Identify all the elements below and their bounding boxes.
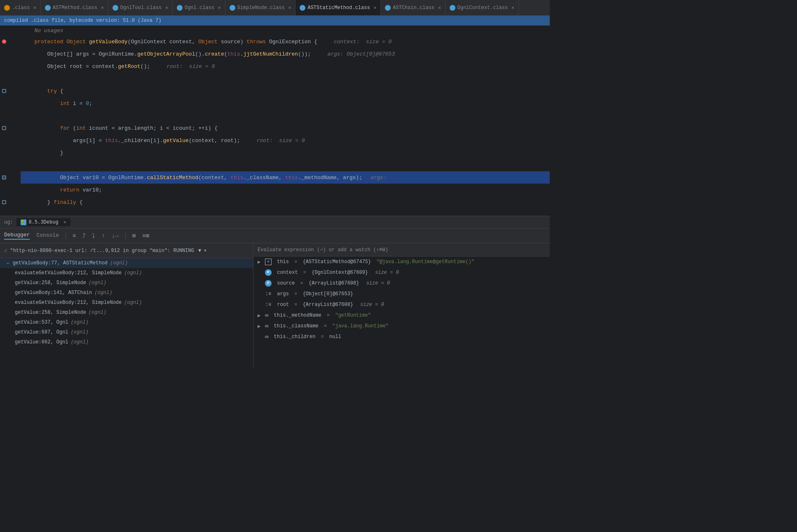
var-name-context: context [274,270,298,275]
stack-frame-7[interactable]: getValue:687, Ognl (ognl) [0,327,253,337]
expand-context: ▶ [258,270,263,276]
toolbar-btn-runtocursor[interactable]: ↓→ [112,233,119,239]
tab-astchain[interactable]: ASTChain.class ✕ [381,0,445,16]
session-bar: ug: 🐛 8.5.3Debug ✕ [0,216,550,229]
gutter-line-root [0,60,21,72]
var-size-source: size = 0 [366,280,390,286]
var-row-this[interactable]: ▶ ≡ this = {ASTStaticMethod@67475} "@jav… [253,257,550,267]
tab-icon-astchain [385,5,391,11]
tab-close-astmethod[interactable]: ✕ [101,5,104,10]
frame-module-8: (ognl) [71,339,89,345]
tab-label-ognlcontext: OgnlContext.class [457,5,508,11]
tab-icon-aststaticmethod [300,5,305,11]
frame-module-6: (ognl) [71,320,89,325]
tab-close-astchain[interactable]: ✕ [438,5,441,10]
session-close-icon[interactable]: ✕ [63,219,66,225]
frame-info-0: getValueBody:77, ASTStaticMethod [13,260,108,266]
gutter-line-for [0,122,21,134]
var-val-args: {Object[0]@67653} [303,291,353,297]
filter-icon[interactable]: ▼ [198,248,201,254]
call-stack-panel: ✓ "http-nio-8090-exec-1 url: /t...9,912 … [0,243,253,367]
tab-ognltool[interactable]: OgnlTool.class ✕ [108,0,173,16]
frame-module-5: (ognl) [89,310,106,315]
expand-classname[interactable]: ▶ [258,323,263,329]
toolbar-btn-stepinto[interactable]: ⤵ [92,233,95,239]
code-line-no-usages: No usages [21,26,550,35]
gutter-line-return [0,184,21,196]
tab-close-simplenode[interactable]: ✕ [288,5,291,10]
debugger-toolbar: Debugger Console ≡ ⤴ ⤵ ↑ ↓→ ⊞ ≡⊞ [0,229,550,243]
toolbar-btn-frames[interactable]: ⊞ [132,232,136,239]
tab-ognlcontext[interactable]: OgnlContext.class ✕ [445,0,519,16]
expand-args: ▶ [258,291,263,297]
gutter-line-empty2 [0,110,21,122]
tab-console[interactable]: Console [36,232,59,239]
expand-source: ▶ [258,280,263,287]
code-line-empty3 [21,159,550,171]
tab-debugger[interactable]: Debugger [4,232,30,240]
toolbar-separator-2 [125,233,126,239]
frame-info-5: getValue:258, SimpleNode [7,310,86,315]
var-name-args: args [274,291,289,297]
toolbar-btn-settings[interactable]: ≡⊞ [142,232,149,239]
call-stack-header: ✓ "http-nio-8090-exec-1 url: /t...9,912 … [0,243,253,258]
tab-close-ognlcontext[interactable]: ✕ [511,5,514,10]
gutter-line-int [0,97,21,110]
code-editor: ➤ [0,26,550,216]
var-name-methodname: this._methodName [271,313,321,318]
stack-frame-2[interactable]: getValue:258, SimpleNode (ognl) [0,278,253,288]
stack-frame-8[interactable]: getValue:662, Ognl (ognl) [0,337,253,347]
stack-frame-3[interactable]: getValueBody:141, ASTChain (ognl) [0,288,253,298]
var-row-children[interactable]: ▶ ∞ this._children = null [253,331,550,342]
tab-simplenode[interactable]: SimpleNode.class ✕ [225,0,296,16]
stack-frame-5[interactable]: getValue:258, SimpleNode (ognl) [0,308,253,317]
code-line-try: try { [21,85,550,97]
tab-icon-ognltool [113,5,118,11]
tab-close-class[interactable]: ✕ [33,5,36,10]
toolbar-btn-stepout[interactable]: ↑ [101,233,105,239]
code-line-empty1 [21,72,550,85]
expand-root: ▶ [258,302,263,308]
tab-ognl[interactable]: Ognl.class ✕ [173,0,225,16]
session-tab[interactable]: 🐛 8.5.3Debug ✕ [16,218,70,226]
tab-icon-astmethod [45,5,51,11]
var-eq-source: = [297,280,306,286]
tab-close-ognl[interactable]: ✕ [218,5,221,10]
stack-frame-6[interactable]: getValue:537, Ognl (ognl) [0,317,253,327]
var-row-classname[interactable]: ▶ ∞ this._className = "java.lang.Runtime… [253,321,550,331]
expand-methodname[interactable]: ▶ [258,313,263,319]
toolbar-btn-rerun[interactable]: ≡ [73,233,76,239]
frame-module-1: (ognl) [124,270,142,276]
expand-this[interactable]: ▶ [258,259,263,265]
tab-close-ognltool[interactable]: ✕ [165,5,168,10]
tab-label-simplenode: SimpleNode.class [237,5,285,11]
var-val-this-ref: {ASTStaticMethod@67475} [303,259,374,265]
var-val-methodname: "getRuntime" [335,313,370,318]
var-row-methodname[interactable]: ▶ ∞ this._methodName = "getRuntime" [253,310,550,321]
status-check-icon: ✓ [4,247,7,254]
var-row-args[interactable]: ▶ :≡ args = {Object[0]@67653} [253,289,550,299]
var-size-context: size = 0 [375,270,399,275]
var-name-classname: this._className [271,323,318,329]
frame-info-4: evaluateGetValueBody:212, SimpleNode [7,300,122,306]
gutter-line-args [0,48,21,60]
stack-frame-1[interactable]: evaluateGetValueBody:212, SimpleNode (og… [0,268,253,278]
tab-astmethod[interactable]: ASTMethod.class ✕ [41,0,108,16]
tab-aststaticmethod[interactable]: ASTStaticMethod.class ✕ [295,0,381,16]
stack-frame-0[interactable]: ↩ getValueBody:77, ASTStaticMethod (ognl… [0,258,253,268]
var-row-root[interactable]: ▶ :≡ root = {ArrayList@67608} size = 0 [253,299,550,310]
var-eq-args: = [291,291,300,297]
var-val-root: {ArrayList@67608} [303,302,356,308]
stack-frame-4[interactable]: evaluateGetValueBody:212, SimpleNode (og… [0,298,253,308]
var-row-source[interactable]: ▶ P source = {ArrayList@67608} size = 0 [253,278,550,289]
dropdown-icon[interactable]: ▾ [204,247,206,254]
var-name-root: root [274,302,289,308]
eval-header: Evaluate expression (⏎) or add a watch (… [253,243,550,257]
var-icon-args: :≡ [265,291,272,297]
var-row-context[interactable]: ▶ P context = {OgnlContext@67609} size =… [253,267,550,278]
frame-info-6: getValue:537, Ognl [7,320,68,325]
expand-children: ▶ [258,334,263,340]
toolbar-btn-stepover[interactable]: ⤴ [82,233,85,239]
tab-close-aststaticmethod[interactable]: ✕ [374,5,377,10]
tab-class[interactable]: .class ✕ [0,0,41,16]
